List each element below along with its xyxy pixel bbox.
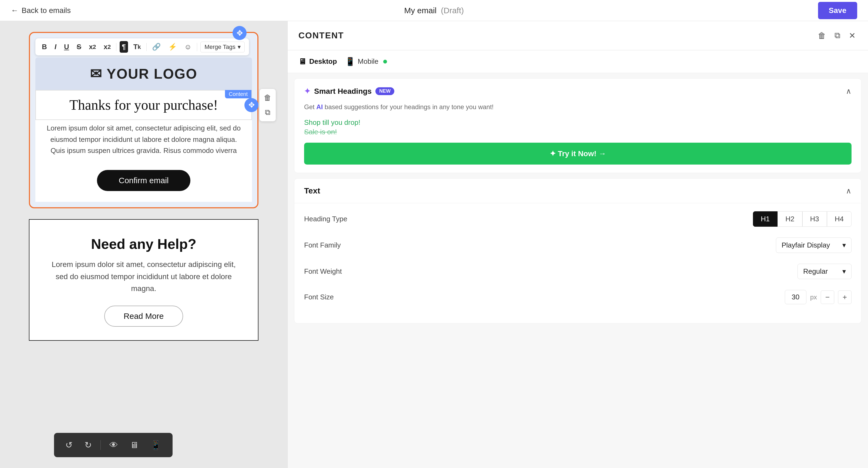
content-badge: Content xyxy=(225,90,251,98)
magic-button[interactable]: ⚡ xyxy=(166,41,179,53)
ai-highlight: AI xyxy=(316,103,323,111)
panel-title: CONTENT xyxy=(299,31,344,40)
duplicate-panel-button[interactable]: ⧉ xyxy=(833,29,842,42)
main-container: ✥ B I U S x2 x2 ¶ Tk 🔗 ⚡ ☺ xyxy=(0,21,868,468)
preview-button[interactable]: 👁 xyxy=(106,438,121,452)
emoji-button[interactable]: ☺ xyxy=(182,41,194,53)
merge-tags-chevron: ▾ xyxy=(238,43,241,51)
email-wrapper: ✥ B I U S x2 x2 ¶ Tk 🔗 ⚡ ☺ xyxy=(29,32,258,341)
undo-button[interactable]: ↺ xyxy=(62,438,76,452)
link-button[interactable]: 🔗 xyxy=(150,41,163,53)
draft-label: (Draft) xyxy=(441,6,464,15)
back-arrow-icon: ← xyxy=(11,6,19,15)
text-section-title: Text xyxy=(304,186,320,195)
text-format-button[interactable]: Tk xyxy=(131,41,143,53)
underline-button[interactable]: U xyxy=(62,41,71,53)
redo-button[interactable]: ↻ xyxy=(81,438,95,452)
italic-button[interactable]: I xyxy=(52,41,59,53)
desktop-toggle-button[interactable]: 🖥 Desktop xyxy=(299,57,337,66)
device-toggle: 🖥 Desktop 📱 Mobile xyxy=(288,50,868,73)
merge-tags-label: Merge Tags xyxy=(205,43,236,51)
panel-header-actions: 🗑 ⧉ ✕ xyxy=(816,29,857,42)
suggestion-1: Shop till you drop! xyxy=(304,118,851,127)
block-actions: 🗑 ⧉ xyxy=(259,89,276,121)
text-section: Text ∧ Heading Type H1 H2 H3 H4 Font Fam… xyxy=(294,178,862,323)
font-size-label: Font Size xyxy=(304,293,334,301)
font-size-decrease-button[interactable]: − xyxy=(821,290,834,304)
logo-area: ✉ YOUR LOGO xyxy=(35,58,252,90)
back-to-emails-button[interactable]: ← Back to emails xyxy=(11,6,71,15)
suggestion-texts: Shop till you drop! Sale is on! xyxy=(304,118,851,136)
move-handle-top[interactable]: ✥ xyxy=(232,26,247,40)
section-header: ✦ Smart Headings NEW ∧ xyxy=(304,87,851,96)
move-handle-right[interactable]: ✥ xyxy=(244,98,258,112)
font-family-value: Playfair Display xyxy=(782,241,830,250)
h4-button[interactable]: H4 xyxy=(827,211,851,227)
font-family-select[interactable]: Playfair Display ▾ xyxy=(776,237,851,253)
text-section-header: Text ∧ xyxy=(294,179,861,203)
confirm-btn-area: Confirm email xyxy=(35,165,252,202)
bottom-toolbar: ↺ ↻ 👁 🖥 📱 xyxy=(54,433,173,457)
toolbar-separator xyxy=(100,440,101,450)
mobile-view-button[interactable]: 📱 xyxy=(147,438,164,452)
strikethrough-button[interactable]: S xyxy=(74,41,84,53)
logo-text: ✉ YOUR LOGO xyxy=(43,66,244,82)
font-size-row: Font Size 30 px − + xyxy=(304,290,851,304)
font-size-increase-button[interactable]: + xyxy=(838,290,851,304)
right-panel: CONTENT 🗑 ⧉ ✕ 🖥 Desktop 📱 Mobile xyxy=(287,21,868,468)
read-more-button[interactable]: Read More xyxy=(104,305,183,327)
text-toolbar: B I U S x2 x2 ¶ Tk 🔗 ⚡ ☺ Merge Tags xyxy=(35,38,249,55)
font-size-unit: px xyxy=(810,293,817,301)
bold-button[interactable]: B xyxy=(40,41,49,53)
h2-button[interactable]: H2 xyxy=(777,211,802,227)
font-family-chevron: ▾ xyxy=(842,241,846,250)
canvas-area: ✥ B I U S x2 x2 ¶ Tk 🔗 ⚡ ☺ xyxy=(0,21,287,468)
confirm-email-button[interactable]: Confirm email xyxy=(97,170,190,191)
heading-text: Thanks for your purchase! xyxy=(42,97,245,113)
delete-panel-button[interactable]: 🗑 xyxy=(816,29,828,42)
font-family-label: Font Family xyxy=(304,241,341,250)
ai-description: Get AI based suggestions for your headin… xyxy=(304,102,851,112)
email-title-area: My email (Draft) xyxy=(404,6,464,15)
font-size-input[interactable]: 30 xyxy=(785,290,806,304)
heading-type-row: Heading Type H1 H2 H3 H4 xyxy=(304,211,851,227)
duplicate-block-button[interactable]: ⧉ xyxy=(262,107,273,119)
close-panel-button[interactable]: ✕ xyxy=(847,29,857,42)
mobile-icon: 📱 xyxy=(345,57,355,66)
new-badge: NEW xyxy=(375,87,394,95)
desktop-label: Desktop xyxy=(309,57,337,66)
align-button[interactable]: ¶ xyxy=(120,41,128,53)
merge-tags-button[interactable]: Merge Tags ▾ xyxy=(200,41,245,52)
try-it-now-button[interactable]: ✦ Try it Now! → xyxy=(304,143,851,165)
mobile-active-dot xyxy=(383,60,387,63)
text-section-collapse[interactable]: ∧ xyxy=(846,186,851,195)
selected-block[interactable]: ✥ B I U S x2 x2 ¶ Tk 🔗 ⚡ ☺ xyxy=(29,32,258,208)
font-size-group: 30 px − + xyxy=(785,290,851,304)
font-weight-chevron: ▾ xyxy=(842,267,846,275)
panel-header: CONTENT 🗑 ⧉ ✕ xyxy=(288,21,868,50)
body-text: Lorem ipsum dolor sit amet, consectetur … xyxy=(35,120,252,165)
toolbar-divider-2 xyxy=(146,43,147,51)
h1-button[interactable]: H1 xyxy=(753,211,777,227)
heading-block[interactable]: Content Thanks for your purchase! 🗑 ⧉ ✥ xyxy=(35,90,252,120)
smart-headings-section: ✦ Smart Headings NEW ∧ Get AI based sugg… xyxy=(294,78,862,173)
collapse-button[interactable]: ∧ xyxy=(846,87,851,96)
desktop-view-button[interactable]: 🖥 xyxy=(127,438,142,452)
email-title: My email xyxy=(404,6,436,15)
h3-button[interactable]: H3 xyxy=(802,211,827,227)
font-weight-value: Regular xyxy=(803,267,828,275)
ai-sparkle-icon: ✦ xyxy=(304,87,310,96)
font-weight-select[interactable]: Regular ▾ xyxy=(798,264,851,279)
superscript-button[interactable]: x2 xyxy=(87,41,98,53)
back-label: Back to emails xyxy=(22,6,71,15)
section-title: ✦ Smart Headings NEW xyxy=(304,87,394,96)
delete-block-button[interactable]: 🗑 xyxy=(262,92,273,104)
font-family-row: Font Family Playfair Display ▾ xyxy=(304,237,851,253)
font-weight-row: Font Weight Regular ▾ xyxy=(304,264,851,279)
heading-type-label: Heading Type xyxy=(304,215,347,223)
subscript-button[interactable]: x2 xyxy=(101,41,113,53)
mobile-toggle-button[interactable]: 📱 Mobile xyxy=(345,57,387,66)
save-button[interactable]: Save xyxy=(818,2,857,19)
topbar: ← Back to emails My email (Draft) Save xyxy=(0,0,868,21)
toolbar-divider-3 xyxy=(197,43,197,51)
